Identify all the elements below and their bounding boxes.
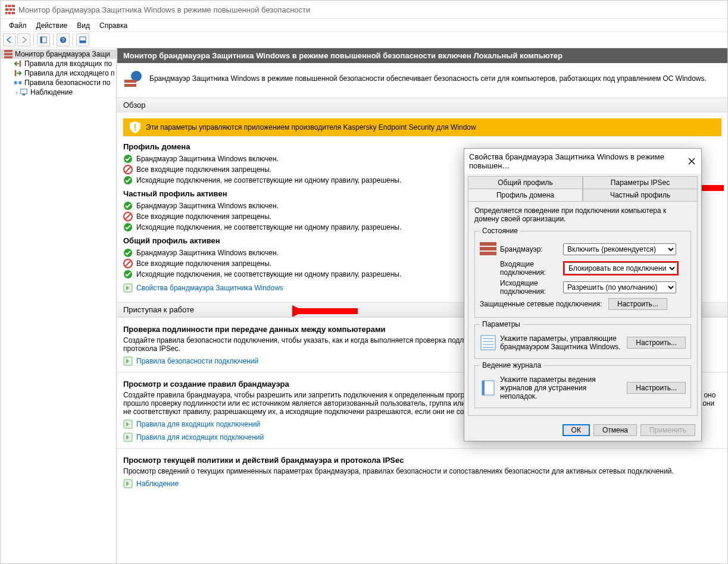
refresh-button[interactable] [76,33,89,46]
outbound-icon [14,69,22,77]
check-icon [123,223,133,232]
firewall-state-combo[interactable]: Включить (рекомендуется) [563,243,676,255]
block-icon [123,165,133,174]
status-text: Брандмауэр Защитника Windows включен. [136,155,279,163]
svg-rect-1 [40,37,42,43]
titlebar: Монитор брандмауэра Защитника Windows в … [1,1,727,18]
check-icon [123,270,133,279]
status-text: Брандмауэр Защитника Windows включен. [136,249,279,257]
svg-rect-31 [482,381,485,395]
dialog-titlebar: Свойства брандмауэра Защитника Windows в… [464,149,701,174]
configure-params-button[interactable]: Настроить... [627,337,686,349]
inbound-icon [14,59,22,68]
main-window: Монитор брандмауэра Защитника Windows в … [0,0,728,564]
menubar: Файл Действие Вид Справка [1,18,727,32]
back-button[interactable] [3,33,16,46]
log-legend: Ведение журнала [480,361,543,369]
configure-protected-button[interactable]: Настроить... [608,298,667,310]
status-text: Все входящие подключения запрещены. [136,259,271,268]
tree-monitoring[interactable]: › Наблюдение [1,87,116,97]
tree-label: Наблюдение [30,88,73,96]
notebook-icon [480,380,496,396]
tree-label: Правила безопасности по [24,79,110,87]
warning-banner: Эти параметры управляются приложением пр… [123,118,721,136]
tree-label: Правила для исходящего п [24,69,114,77]
gs-link[interactable]: Правила для входящих подключений [136,420,260,428]
tree-root-label: Монитор брандмауэра Защи [15,50,110,58]
tree-label: Правила для входящих по [24,59,112,68]
tree-security-rules[interactable]: Правила безопасности по [1,78,116,87]
status-text: Исходящие подключения, не соответствующи… [136,223,401,231]
arrow-icon [123,419,133,429]
menu-view[interactable]: Вид [72,20,95,31]
dialog-tab-body: Определяется поведение при подключении к… [468,201,698,416]
status-text: Исходящие подключения, не соответствующи… [136,270,401,278]
gs-link[interactable]: Правила для исходящих подключений [136,433,264,441]
firewall-label: Брандмауэр: [500,245,560,253]
params-desc: Укажите параметры, управляющие брандмауэ… [500,334,623,351]
protected-label: Защищенные сетевые подключения: [480,300,605,308]
forward-button[interactable] [17,33,30,46]
incoming-combo[interactable]: Блокировать все подключения [564,262,677,274]
gs-link[interactable]: Наблюдение [136,480,179,488]
close-button[interactable] [687,156,696,167]
menu-action[interactable]: Действие [32,20,73,31]
outgoing-combo[interactable]: Разрешить (по умолчанию) [563,281,676,293]
tree-outbound-rules[interactable]: Правила для исходящего п [1,68,116,78]
tree-inbound-rules[interactable]: Правила для входящих по [1,59,116,68]
arrow-icon [123,283,133,293]
tab-domain-profile[interactable]: Профиль домена [468,189,583,201]
params-legend: Параметры [480,320,523,328]
status-text: Все входящие подключения запрещены. [136,212,271,221]
highlight-incoming: Блокировать все подключения [563,261,679,275]
ok-button[interactable]: ОК [563,424,590,436]
log-fieldset: Ведение журнала Укажите параметры ведени… [474,361,691,408]
state-fieldset: Состояние Брандмауэр: Включить (рекоменд… [474,227,691,318]
tab-private-profile[interactable]: Частный профиль [583,189,698,201]
log-desc: Укажите параметры ведения журналов для у… [500,375,623,400]
checklist-icon [480,334,496,351]
help-button[interactable]: ? [57,33,70,46]
status-text: Брандмауэр Защитника Windows включен. [136,202,279,210]
menu-file[interactable]: Файл [4,20,32,31]
gs-link[interactable]: Правила безопасности подключений [136,357,258,365]
tab-description: Определяется поведение при подключении к… [474,206,691,223]
check-icon [123,176,133,185]
check-icon [123,201,133,211]
tab-ipsec[interactable]: Параметры IPSec [583,176,698,189]
window-title: Монитор брандмауэра Защитника Windows в … [18,5,310,14]
gs-desc: Просмотр сведений о текущих примененных … [123,467,721,475]
warning-text: Эти параметры управляются приложением пр… [146,123,476,131]
tree-root[interactable]: Монитор брандмауэра Защи [1,49,116,59]
expand-icon[interactable]: › [14,89,20,96]
toolbar-separator-3 [73,34,73,46]
close-icon [688,158,695,165]
tab-general-profile[interactable]: Общий профиль [468,176,583,189]
status-text: Исходящие подключения, не соответствующи… [136,176,401,184]
dialog-buttons: ОК Отмена Применить [464,419,701,441]
outgoing-row: Исходящие подключения: Разрешить (по умо… [480,279,686,296]
block-icon [123,259,133,268]
state-legend: Состояние [480,227,520,235]
firewall-state-row: Брандмауэр: Включить (рекомендуется) [480,241,686,258]
svg-rect-5 [80,40,86,43]
monitoring-icon [20,88,28,96]
gs-heading: Просмотр текущей политики и действий бра… [123,456,721,465]
status-text: Все входящие подключения запрещены. [136,165,271,174]
intro-row: Брандмауэр Защитника Windows в режиме по… [117,63,727,94]
menu-help[interactable]: Справка [95,20,132,31]
overview-title: Обзор [117,98,727,112]
incoming-row: Входящие подключения: Блокировать все по… [480,260,686,277]
dialog-title-text: Свойства брандмауэра Защитника Windows в… [469,152,687,170]
block-icon [123,212,133,221]
firewall-globe-icon [124,69,143,88]
params-fieldset: Параметры Укажите параметры, управляющие… [474,320,691,359]
show-hide-tree-button[interactable] [37,33,50,46]
cancel-button[interactable]: Отмена [593,424,637,436]
warning-shield-icon [128,120,142,134]
configure-log-button[interactable]: Настроить... [627,382,686,394]
firewall-properties-dialog: Свойства брандмауэра Защитника Windows в… [464,148,702,441]
firewall-properties-link[interactable]: Свойства брандмауэра Защитника Windows [136,284,283,292]
incoming-label: Входящие подключения: [500,260,560,277]
apply-button[interactable]: Применить [640,424,695,436]
